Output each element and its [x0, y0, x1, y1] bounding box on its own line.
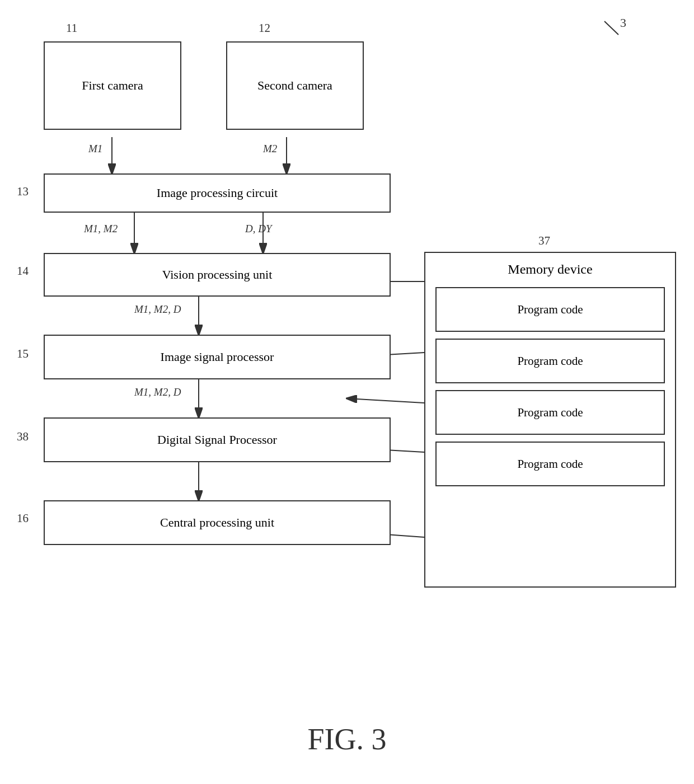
- digital-signal-label: Digital Signal Processor: [157, 432, 277, 448]
- image-signal-ref: 15: [17, 347, 29, 361]
- vision-processing-box: Vision processing unit: [44, 253, 391, 297]
- m2-label: M2: [263, 143, 277, 155]
- first-camera-box: First camera: [44, 41, 181, 130]
- program-code-2-label: Program code: [517, 354, 583, 369]
- central-processing-box: Central processing unit: [44, 500, 391, 545]
- first-camera-label: First camera: [82, 78, 143, 94]
- central-processing-label: Central processing unit: [160, 515, 274, 531]
- vision-processing-label: Vision processing unit: [162, 267, 273, 283]
- figure-label: FIG. 3: [235, 722, 459, 757]
- program-code-1-box: Program code: [435, 287, 665, 332]
- ref-3: 3: [620, 16, 626, 30]
- m1m2-label: M1, M2: [84, 223, 118, 235]
- digital-signal-ref: 38: [17, 430, 29, 444]
- memory-device-ref: 37: [538, 234, 550, 248]
- ddy-label: D, DY: [245, 223, 272, 235]
- image-signal-box: Image signal processor: [44, 335, 391, 379]
- central-processing-ref: 16: [17, 511, 29, 525]
- program-code-3-box: Program code: [435, 390, 665, 435]
- program-code-2-box: Program code: [435, 339, 665, 383]
- program-code-3-label: Program code: [517, 405, 583, 420]
- second-camera-ref: 12: [259, 21, 270, 35]
- image-processing-box: Image processing circuit: [44, 173, 391, 213]
- image-processing-label: Image processing circuit: [157, 185, 278, 201]
- vision-processing-ref: 14: [17, 264, 29, 278]
- m1m2d-label-1: M1, M2, D: [134, 303, 181, 316]
- image-signal-label: Image signal processor: [161, 349, 274, 365]
- memory-device-title: Memory device: [425, 253, 675, 284]
- program-code-4-box: Program code: [435, 442, 665, 486]
- program-code-4-label: Program code: [517, 457, 583, 472]
- m1m2d-label-2: M1, M2, D: [134, 386, 181, 398]
- first-camera-ref: 11: [66, 21, 77, 35]
- digital-signal-box: Digital Signal Processor: [44, 417, 391, 462]
- image-processing-ref: 13: [17, 185, 29, 199]
- program-code-1-label: Program code: [517, 302, 583, 317]
- second-camera-label: Second camera: [257, 78, 332, 94]
- second-camera-box: Second camera: [226, 41, 364, 130]
- memory-device-box: Memory device Program code Program code …: [424, 252, 676, 588]
- m1-label: M1: [88, 143, 102, 155]
